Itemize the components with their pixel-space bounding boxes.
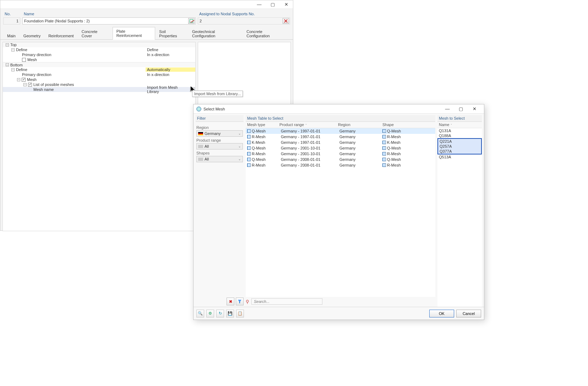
cancel-button[interactable]: Cancel — [456, 310, 481, 317]
search-trigger-icon[interactable]: ⚲ — [246, 299, 249, 304]
table-row[interactable]: Q-MeshGermany - 2001-10-01GermanyQ-Mesh — [246, 145, 435, 151]
clear-x-icon — [284, 19, 288, 23]
tree-row-mesh-bottom[interactable]: − ✓ Mesh — [3, 77, 195, 82]
tab-geotechnical-configuration[interactable]: Geotechnical Configuration — [188, 27, 243, 40]
collapse-icon[interactable]: − — [23, 83, 27, 86]
tree-group-top[interactable]: − Top — [3, 42, 195, 47]
tab-main[interactable]: Main — [3, 32, 20, 40]
tree-label: List of possible meshes — [33, 82, 146, 87]
close-button[interactable]: ✕ — [279, 0, 293, 9]
minimize-button[interactable]: — — [252, 0, 266, 9]
list-item[interactable]: Q257A — [438, 144, 481, 149]
main-titlebar: — ▢ ✕ — [0, 0, 293, 9]
edit-name-button[interactable] — [188, 18, 195, 24]
dialog-close-button[interactable]: ✕ — [468, 105, 481, 113]
table-row[interactable]: R-MeshGermany - 2001-10-01GermanyR-Mesh — [246, 151, 435, 157]
footer-tool-2[interactable]: ⚙ — [206, 310, 214, 317]
range-value: All — [205, 144, 209, 148]
tab-concrete-cover[interactable]: Concrete Cover — [78, 27, 113, 40]
collapse-icon[interactable]: − — [6, 43, 9, 47]
dropdown-icon: ⌄ — [238, 132, 241, 135]
filter-button[interactable] — [236, 298, 244, 305]
search-input[interactable] — [251, 298, 322, 305]
ok-button[interactable]: OK — [429, 310, 454, 317]
tree-label: Mesh name — [33, 87, 146, 92]
select-list: Q131AQ188AQ221AQ257AQ377AQ513A — [437, 128, 482, 307]
tab-plate-reinforcement[interactable]: Plate Reinforcement — [113, 27, 156, 40]
collapse-icon[interactable]: − — [6, 63, 9, 66]
list-item[interactable]: Q131A — [437, 128, 482, 133]
mesh-icon — [382, 135, 386, 138]
dialog-maximize-button[interactable]: ▢ — [454, 105, 468, 113]
clear-assigned-button[interactable] — [283, 18, 289, 24]
tree-row-primary-bottom[interactable]: Primary direction In x-direction — [3, 72, 195, 77]
sort-asc-icon: ˄ — [305, 124, 307, 127]
tree-label: Primary direction — [22, 72, 146, 77]
name-input[interactable]: Foundation Plate (Nodal Supports : 2) — [22, 17, 196, 25]
select-header: Mesh to Select — [437, 115, 482, 122]
assigned-input[interactable]: 2 — [198, 17, 290, 25]
select-mesh-dialog: Select Mesh — ▢ ✕ Filter Region Germany … — [193, 104, 484, 320]
tree-row-define-top[interactable]: − Define Define — [3, 47, 195, 52]
tab-concrete-configuration[interactable]: Concrete Configuration — [243, 27, 290, 40]
tab-geometry[interactable]: Geometry — [20, 32, 44, 40]
tree-row-mesh-name[interactable]: Mesh name Import from Mesh Library ▾ — [3, 87, 195, 92]
mesh-icon — [247, 135, 251, 138]
tree-group-bottom[interactable]: − Bottom — [3, 62, 195, 67]
import-tooltip: Import Mesh from Library... — [192, 91, 243, 97]
all-icon — [198, 145, 203, 148]
list-item[interactable]: Q377A — [438, 149, 481, 154]
mesh-icon — [247, 163, 251, 167]
mesh-icon — [247, 129, 251, 133]
table-row[interactable]: R-MeshGermany - 1997-01-01GermanyR-Mesh — [246, 134, 435, 140]
mesh-icon — [382, 152, 386, 156]
tree-row-mesh-top[interactable]: Mesh — [3, 57, 195, 62]
header-row: No. 1 Name Foundation Plate (Nodal Suppo… — [0, 9, 293, 27]
region-combo[interactable]: Germany ⌄ — [196, 130, 243, 137]
mesh-checkbox-bottom[interactable]: ✓ — [22, 78, 26, 82]
range-combo[interactable]: All ⌄ — [196, 143, 243, 149]
range-label: Product range — [196, 138, 243, 142]
mesh-icon — [382, 129, 386, 133]
tree-row-primary-top[interactable]: Primary direction In x-direction — [3, 52, 195, 57]
mesh-icon — [382, 141, 386, 144]
no-input[interactable]: 1 — [3, 17, 20, 25]
footer-tool-4[interactable]: 💾 — [226, 310, 234, 317]
mesh-checkbox-top[interactable] — [22, 58, 26, 62]
list-meshes-checkbox[interactable]: ✓ — [28, 83, 32, 87]
footer-tool-3[interactable]: ↻ — [216, 310, 224, 317]
table-row[interactable]: K-MeshGermany - 1997-01-01GermanyK-Mesh — [246, 140, 435, 145]
tree-row-define-bottom[interactable]: − Define Automatically — [3, 67, 195, 72]
tree-label: Top — [10, 43, 146, 47]
col-range-header[interactable]: Product range˄ — [279, 123, 338, 127]
clear-filter-button[interactable]: ✖ — [227, 298, 234, 305]
clear-x-icon: ✖ — [229, 299, 232, 304]
table-row[interactable]: R-MeshGermany - 2008-01-01GermanyR-Mesh — [246, 162, 435, 168]
dialog-title: Select Mesh — [203, 107, 441, 111]
tab-reinforcement[interactable]: Reinforcement — [44, 32, 78, 40]
list-item[interactable]: Q188A — [437, 133, 482, 138]
tree-label: Define — [16, 48, 146, 52]
collapse-icon[interactable]: − — [11, 48, 15, 51]
list-item[interactable]: Q221A — [438, 139, 481, 144]
col-region-header[interactable]: Region — [338, 123, 382, 127]
property-tree: − Top − Define Define Primary direction … — [2, 42, 196, 231]
col-type-header[interactable]: Mesh type — [246, 123, 279, 127]
list-item[interactable]: Q513A — [437, 154, 482, 159]
maximize-button[interactable]: ▢ — [266, 0, 279, 9]
tree-value: Automatically — [146, 67, 195, 72]
mesh-icon — [382, 158, 386, 161]
col-shape-header[interactable]: Shape — [382, 123, 435, 127]
footer-tool-1[interactable]: 🔍 — [196, 310, 204, 317]
tab-soil-properties[interactable]: Soil Properties — [155, 27, 188, 40]
col-name-header[interactable]: Name˄ — [437, 123, 482, 127]
shapes-combo[interactable]: All ⌄ — [196, 156, 243, 162]
dialog-minimize-button[interactable]: — — [441, 105, 454, 113]
tree-label: Mesh — [27, 58, 146, 62]
table-row[interactable]: Q-MeshGermany - 2008-01-01GermanyQ-Mesh — [246, 157, 435, 162]
collapse-icon[interactable]: − — [17, 78, 20, 81]
name-label: Name — [22, 11, 196, 17]
table-row[interactable]: Q-MeshGermany - 1997-01-01GermanyQ-Mesh — [246, 128, 435, 134]
footer-tool-5[interactable]: 📋 — [236, 310, 244, 317]
collapse-icon[interactable]: − — [11, 68, 15, 71]
